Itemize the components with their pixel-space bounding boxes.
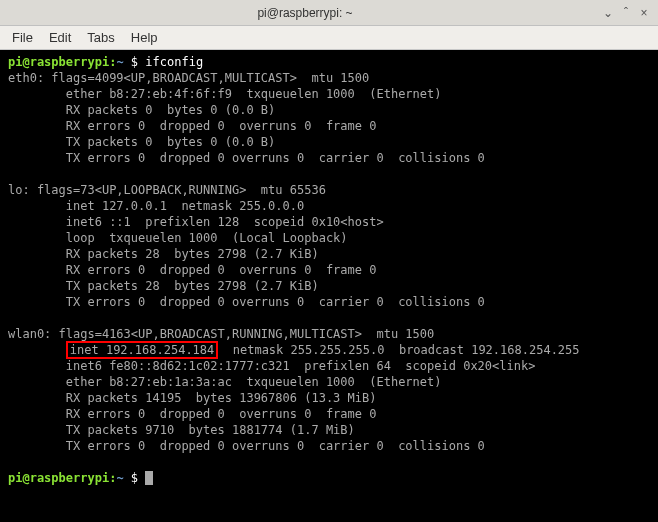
prompt-dollar: $ <box>124 55 146 69</box>
wlan0-ether: ether b8:27:eb:1a:3a:ac txqueuelen 1000 … <box>8 374 650 390</box>
lo-loop: loop txqueuelen 1000 (Local Loopback) <box>8 230 650 246</box>
minimize-icon[interactable]: ⌄ <box>602 7 614 19</box>
wlan0-header: wlan0: flags=4163<UP,BROADCAST,RUNNING,M… <box>8 326 650 342</box>
terminal[interactable]: pi@raspberrypi:~ $ ifconfig eth0: flags=… <box>0 50 658 522</box>
menu-tabs[interactable]: Tabs <box>87 30 114 45</box>
eth0-tx-errors: TX errors 0 dropped 0 overruns 0 carrier… <box>8 150 650 166</box>
window-title: pi@raspberrypi: ~ <box>8 6 602 20</box>
prompt-path: ~ <box>116 471 123 485</box>
lo-inet: inet 127.0.0.1 netmask 255.0.0.0 <box>8 198 650 214</box>
lo-rx-packets: RX packets 28 bytes 2798 (2.7 KiB) <box>8 246 650 262</box>
close-icon[interactable]: × <box>638 7 650 19</box>
lo-inet6: inet6 ::1 prefixlen 128 scopeid 0x10<hos… <box>8 214 650 230</box>
blank-line <box>8 310 650 326</box>
prompt-path: ~ <box>116 55 123 69</box>
wlan0-rx-errors: RX errors 0 dropped 0 overruns 0 frame 0 <box>8 406 650 422</box>
menu-file[interactable]: File <box>12 30 33 45</box>
title-bar: pi@raspberrypi: ~ ⌄ ˆ × <box>0 0 658 26</box>
cursor-icon <box>145 471 153 485</box>
lo-tx-packets: TX packets 28 bytes 2798 (2.7 KiB) <box>8 278 650 294</box>
ip-address-highlight: inet 192.168.254.184 <box>66 341 219 359</box>
blank-line <box>8 166 650 182</box>
window-controls: ⌄ ˆ × <box>602 7 650 19</box>
command-text: ifconfig <box>145 55 203 69</box>
lo-tx-errors: TX errors 0 dropped 0 overruns 0 carrier… <box>8 294 650 310</box>
wlan0-tx-packets: TX packets 9710 bytes 1881774 (1.7 MiB) <box>8 422 650 438</box>
wlan0-tx-errors: TX errors 0 dropped 0 overruns 0 carrier… <box>8 438 650 454</box>
menu-help[interactable]: Help <box>131 30 158 45</box>
wlan0-inet-rest: netmask 255.255.255.0 broadcast 192.168.… <box>218 343 579 357</box>
eth0-rx-packets: RX packets 0 bytes 0 (0.0 B) <box>8 102 650 118</box>
menu-edit[interactable]: Edit <box>49 30 71 45</box>
wlan0-rx-packets: RX packets 14195 bytes 13967806 (13.3 Mi… <box>8 390 650 406</box>
eth0-tx-packets: TX packets 0 bytes 0 (0.0 B) <box>8 134 650 150</box>
prompt-dollar: $ <box>124 471 146 485</box>
prompt-line: pi@raspberrypi:~ $ ifconfig <box>8 54 650 70</box>
wlan0-inet-indent <box>8 343 66 357</box>
lo-header: lo: flags=73<UP,LOOPBACK,RUNNING> mtu 65… <box>8 182 650 198</box>
maximize-icon[interactable]: ˆ <box>620 7 632 19</box>
eth0-rx-errors: RX errors 0 dropped 0 overruns 0 frame 0 <box>8 118 650 134</box>
wlan0-inet-line: inet 192.168.254.184 netmask 255.255.255… <box>8 342 650 358</box>
eth0-ether: ether b8:27:eb:4f:6f:f9 txqueuelen 1000 … <box>8 86 650 102</box>
menu-bar: File Edit Tabs Help <box>0 26 658 50</box>
eth0-header: eth0: flags=4099<UP,BROADCAST,MULTICAST>… <box>8 70 650 86</box>
blank-line <box>8 454 650 470</box>
prompt-user: pi@raspberrypi <box>8 55 109 69</box>
wlan0-inet6: inet6 fe80::8d62:1c02:1777:c321 prefixle… <box>8 358 650 374</box>
prompt-user: pi@raspberrypi <box>8 471 109 485</box>
lo-rx-errors: RX errors 0 dropped 0 overruns 0 frame 0 <box>8 262 650 278</box>
prompt-line-empty: pi@raspberrypi:~ $ <box>8 470 650 486</box>
